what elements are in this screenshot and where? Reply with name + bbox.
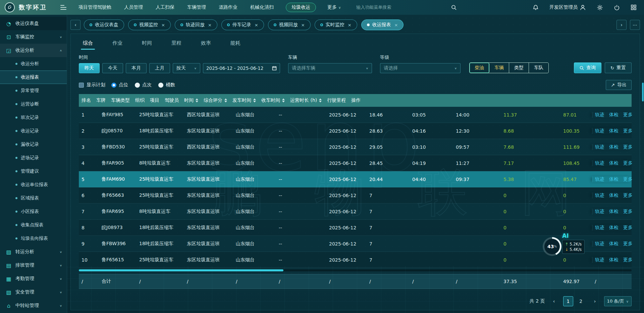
table-header-cell[interactable]: 车牌 xyxy=(94,97,108,103)
sidebar-item[interactable]: ◔ 收运仪表盘 xyxy=(0,17,67,30)
sidebar-item[interactable]: ▦ 考勤管理 ∨ xyxy=(0,272,67,285)
sort-icon[interactable] xyxy=(224,98,227,102)
table-header-cell[interactable]: 组织 xyxy=(132,97,147,103)
dimension-toggle[interactable]: 类型 xyxy=(509,63,529,73)
tab-more-button[interactable]: ⋯ xyxy=(630,20,640,30)
table-header-cell[interactable]: 操作 xyxy=(348,97,363,103)
table-header-cell[interactable]: 项目 xyxy=(147,97,162,103)
nav-more[interactable]: 更多 ∨ xyxy=(327,4,341,10)
reset-button[interactable]: ↻ 重置 xyxy=(605,62,632,73)
page-number-button[interactable]: 1 xyxy=(563,296,573,306)
sidebar-item[interactable]: 区域报表 xyxy=(0,191,67,205)
inspection-link[interactable]: 体检 xyxy=(609,209,619,215)
top-nav-item[interactable]: 垃圾收运 xyxy=(286,3,316,12)
time-preset-button[interactable]: 昨天 xyxy=(79,63,100,73)
more-link[interactable]: 更多 xyxy=(623,225,632,231)
track-link[interactable]: 轨迹 xyxy=(595,192,604,198)
sidebar-item[interactable]: 漏收记录 xyxy=(0,138,67,151)
tab-close-icon[interactable]: × xyxy=(348,23,352,28)
tab-close-icon[interactable]: × xyxy=(394,23,398,28)
more-link[interactable]: 更多 xyxy=(623,241,632,247)
function-search[interactable]: 输入功能菜单搜索 xyxy=(356,4,457,10)
scrollbar-thumb[interactable] xyxy=(79,269,283,271)
query-button[interactable]: 查询 xyxy=(574,62,601,73)
sidebar-item[interactable]: 运营诊断 xyxy=(0,97,67,111)
power-icon[interactable] xyxy=(614,4,620,11)
top-nav-item[interactable]: 人员管理 xyxy=(123,3,144,12)
track-link[interactable]: 轨迹 xyxy=(595,112,604,118)
granularity-select[interactable]: 按天∨ xyxy=(173,63,200,73)
inspection-link[interactable]: 体检 xyxy=(609,176,619,182)
tab-scroll-right-button[interactable]: › xyxy=(616,20,627,30)
count-mode-radio[interactable]: 点位 xyxy=(111,82,128,88)
tab-close-icon[interactable]: × xyxy=(301,23,305,28)
export-button[interactable]: ↗ 导出 xyxy=(606,80,632,90)
sort-icon[interactable] xyxy=(319,98,322,102)
more-link[interactable]: 更多 xyxy=(623,257,632,263)
table-header-cell[interactable]: 发车时间 xyxy=(230,97,259,103)
inspection-link[interactable]: 体检 xyxy=(609,144,619,150)
track-link[interactable]: 轨迹 xyxy=(595,144,604,150)
tab-scroll-left-button[interactable]: ‹ xyxy=(70,20,80,30)
tab-close-icon[interactable]: × xyxy=(255,23,258,28)
page-number-button[interactable]: 2 xyxy=(576,296,586,306)
time-preset-button[interactable]: 本月 xyxy=(126,63,147,73)
sidebar-item[interactable]: ◲ 收运分析 ∧ xyxy=(0,44,67,57)
sidebar-item[interactable]: ▧ 安全管理 ∨ xyxy=(0,285,67,299)
settings-gear-icon[interactable] xyxy=(597,4,603,11)
report-subtab[interactable]: 综合 xyxy=(83,40,93,50)
tab[interactable]: 收运仪表盘 xyxy=(84,19,124,30)
tab[interactable]: 停车记录 × xyxy=(221,19,264,30)
table-row[interactable]: 8 皖J08973 18吨后装压缩车 东区垃圾直运班 山东烟台 -- 2025-… xyxy=(79,220,632,236)
inspection-link[interactable]: 体检 xyxy=(609,112,619,118)
top-nav-item[interactable]: 道路作业 xyxy=(218,3,238,12)
inspection-link[interactable]: 体检 xyxy=(609,160,619,166)
sort-icon[interactable] xyxy=(282,98,285,102)
sidebar-item[interactable]: 收运单位报表 xyxy=(0,178,67,191)
report-subtab[interactable]: 时间 xyxy=(142,40,152,50)
track-link[interactable]: 轨迹 xyxy=(595,209,604,215)
sidebar-item[interactable]: 班次记录 xyxy=(0,111,67,124)
sort-icon[interactable] xyxy=(196,98,198,102)
tab-close-icon[interactable]: × xyxy=(161,23,165,28)
page-vertical-scrollbar[interactable] xyxy=(642,83,644,101)
tab[interactable]: 收运报表 × xyxy=(361,19,404,30)
table-row[interactable]: 1 鲁FAY985 25吨垃圾直运车 西区垃圾直运班 山东烟台 -- 2025-… xyxy=(79,107,632,123)
more-link[interactable]: 更多 xyxy=(623,112,632,118)
more-label[interactable]: 更多 xyxy=(327,4,337,10)
table-row[interactable]: 3 鲁FBD530 25吨垃圾直运车 西区垃圾直运班 山东烟台 -- 2025-… xyxy=(79,139,632,155)
sidebar-item[interactable]: ▨ 转运分析 ∨ xyxy=(0,245,67,259)
page-size-select[interactable]: 10 条/页 ∨ xyxy=(604,296,632,306)
sidebar-item[interactable]: ⊡ 车辆监控 ∨ xyxy=(0,30,67,44)
more-link[interactable]: 更多 xyxy=(623,209,632,215)
more-link[interactable]: 更多 xyxy=(623,160,632,166)
track-link[interactable]: 轨迹 xyxy=(595,128,604,134)
table-header-cell[interactable]: 运营时长 (h) xyxy=(287,97,324,103)
inspection-link[interactable]: 体检 xyxy=(609,192,619,198)
table-header-cell[interactable]: 时间 xyxy=(181,97,201,103)
track-link[interactable]: 轨迹 xyxy=(595,160,604,166)
apps-grid-icon[interactable] xyxy=(631,4,637,10)
sidebar-item[interactable]: 异常管理 xyxy=(0,84,67,97)
dimension-toggle[interactable]: 车辆 xyxy=(489,63,509,73)
top-nav-item[interactable]: 机械化清扫 xyxy=(250,3,274,12)
dimension-toggle[interactable]: 柴油 xyxy=(470,63,489,73)
inspection-link[interactable]: 体检 xyxy=(609,257,619,263)
track-link[interactable]: 轨迹 xyxy=(595,176,604,182)
table-row[interactable]: 2 皖J08570 18吨后装压缩车 东区垃圾直运班 山东烟台 -- 2025-… xyxy=(79,123,632,139)
sort-icon[interactable] xyxy=(253,98,256,102)
notification-bell-icon[interactable] xyxy=(533,4,539,11)
count-mode-radio[interactable]: 桶数 xyxy=(158,82,175,88)
search-icon[interactable] xyxy=(451,5,457,10)
more-link[interactable]: 更多 xyxy=(623,128,632,134)
top-nav-item[interactable]: 车辆管理 xyxy=(186,3,207,12)
vehicle-select[interactable]: 请选择车辆∨ xyxy=(288,63,372,73)
table-row[interactable]: 7 鲁FAR695 8吨垃圾直运车 东区垃圾直运班 山东烟台 -- 2025-0… xyxy=(79,204,632,220)
time-preset-button[interactable]: 今天 xyxy=(102,63,123,73)
table-horizontal-scrollbar[interactable] xyxy=(79,269,632,271)
tab[interactable]: 轨迹回放 × xyxy=(175,19,217,30)
top-nav-item[interactable]: 人工扫保 xyxy=(155,3,175,12)
show-plan-checkbox[interactable] xyxy=(79,83,84,88)
more-link[interactable]: 更多 xyxy=(623,144,632,150)
dimension-toggle[interactable]: 车队 xyxy=(529,63,548,73)
